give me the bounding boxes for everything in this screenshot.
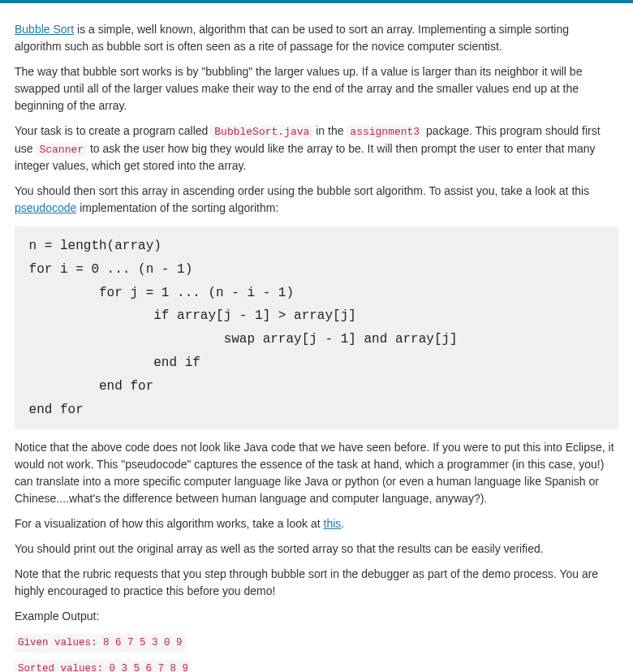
visualization-paragraph: For a visualization of how this algorith…	[15, 515, 618, 532]
visualization-link[interactable]: this	[324, 517, 342, 530]
code-scanner: Scanner	[36, 143, 87, 157]
intro-text: is a simple, well known, algorithm that …	[15, 23, 569, 53]
output-sorted-values: Sorted values: 0 3 5 6 7 8 9	[15, 660, 192, 672]
example-output-label: Example Output:	[15, 608, 618, 625]
sort-instruction-paragraph: You should then sort this array in ascen…	[15, 183, 618, 217]
rubric-note-paragraph: Note that the rubric requests that you s…	[15, 566, 618, 600]
bubble-sort-link[interactable]: Bubble Sort	[15, 23, 74, 36]
pseudocode-note-paragraph: Notice that the above code does not look…	[15, 439, 618, 507]
task-paragraph: Your task is to create a program called …	[15, 123, 618, 174]
pseudocode-block: n = length(array) for i = 0 ... (n - 1) …	[15, 226, 618, 429]
explanation-paragraph: The way that bubble sort works is by "bu…	[15, 63, 618, 114]
output-given-values: Given values: 8 6 7 5 3 0 9	[15, 634, 186, 653]
code-filename: BubbleSort.java	[211, 125, 312, 139]
code-package: assignment3	[347, 125, 423, 139]
print-output-paragraph: You should print out the original array …	[15, 541, 618, 558]
pseudocode-link[interactable]: pseudocode	[15, 201, 76, 214]
intro-paragraph: Bubble Sort is a simple, well known, alg…	[15, 21, 618, 55]
